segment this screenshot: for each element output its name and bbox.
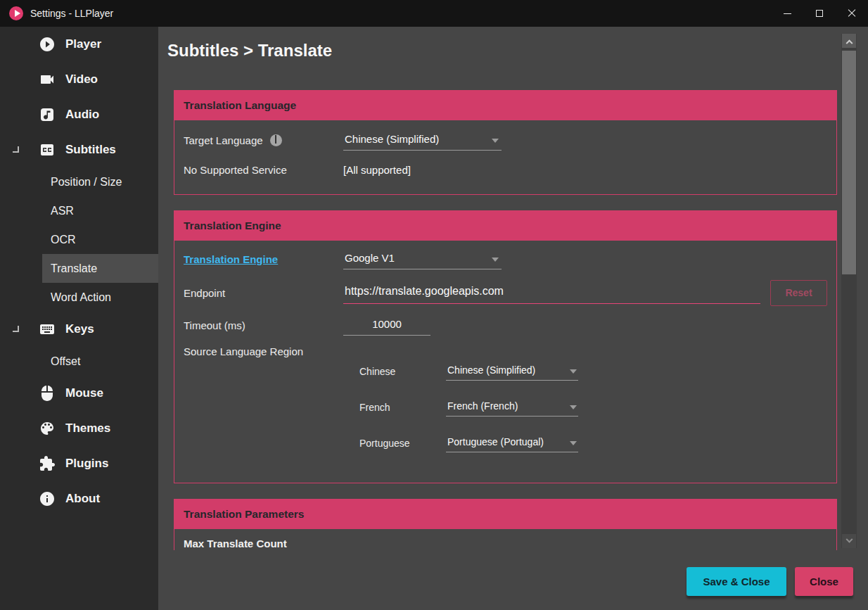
minimize-button[interactable]: [771, 0, 803, 27]
palette-icon: [39, 420, 56, 437]
engine-value: Google V1: [345, 252, 395, 264]
scroll-down-button[interactable]: [842, 534, 856, 548]
no-supported-service-row: No Supported Service [All supported]: [174, 155, 836, 184]
sidebar-subitem-label: Translate: [51, 262, 97, 275]
sidebar-item-player[interactable]: Player: [0, 27, 158, 62]
region-portuguese-dropdown[interactable]: Portuguese (Portugal): [446, 433, 578, 452]
region-value: French (French): [447, 400, 518, 412]
save-and-close-button[interactable]: Save & Close: [687, 567, 786, 596]
keyboard-icon: [39, 321, 56, 338]
region-row-chinese: Chinese Chinese (Simplified): [174, 353, 836, 389]
engine-dropdown[interactable]: Google V1: [343, 248, 502, 269]
title-bar: Settings - LLPlayer: [0, 0, 868, 27]
collapse-indicator-icon[interactable]: [13, 326, 19, 332]
window-title: Settings - LLPlayer: [30, 8, 113, 19]
reset-button[interactable]: Reset: [770, 280, 827, 306]
close-icon: [848, 9, 856, 18]
engine-label-wrap: Translation Engine: [174, 253, 343, 265]
region-chinese-dropdown[interactable]: Chinese (Simplified): [446, 362, 578, 381]
sidebar-item-label: Mouse: [65, 386, 103, 400]
chevron-down-icon: [570, 405, 577, 409]
sidebar-subitem-label: Offset: [51, 355, 80, 368]
scroll-up-button[interactable]: [842, 34, 856, 48]
sidebar-item-audio[interactable]: Audio: [0, 97, 158, 132]
max-translate-count-label: Max Translate Count: [184, 538, 287, 549]
sidebar-item-video[interactable]: Video: [0, 62, 158, 97]
sidebar-item-keys[interactable]: Keys: [0, 312, 158, 347]
section-translation-parameters: Translation Parameters Max Translate Cou…: [174, 499, 837, 550]
sidebar-item-offset[interactable]: Offset: [0, 347, 158, 376]
section-translation-engine: Translation Engine Translation Engine Go…: [174, 210, 837, 483]
sidebar-subitem-label: Position / Size: [51, 176, 122, 189]
target-language-value: Chinese (Simplified): [345, 133, 439, 145]
region-label: French: [359, 402, 446, 413]
sidebar-item-themes[interactable]: Themes: [0, 411, 158, 446]
endpoint-row: Endpoint Reset: [174, 276, 836, 310]
engine-row: Translation Engine Google V1: [174, 243, 836, 274]
section-header: Translation Language: [174, 91, 836, 120]
sidebar-item-label: Player: [65, 37, 101, 51]
no-supported-service-label: No Supported Service: [174, 164, 343, 176]
region-row-french: French French (French): [174, 389, 836, 425]
maximize-icon: [816, 10, 823, 17]
timeout-input[interactable]: [343, 315, 430, 336]
video-camera-icon: [39, 71, 56, 88]
sidebar-subitem-label: ASR: [51, 205, 74, 217]
endpoint-input[interactable]: [343, 282, 760, 304]
region-label: Chinese: [359, 366, 446, 377]
sidebar-item-plugins[interactable]: Plugins: [0, 446, 158, 481]
mouse-icon: [39, 385, 56, 402]
sidebar-item-about[interactable]: About: [0, 481, 158, 516]
footer-bar: Save & Close Close: [158, 549, 868, 610]
translation-engine-link[interactable]: Translation Engine: [184, 253, 278, 265]
vertical-scrollbar[interactable]: [841, 34, 857, 548]
collapse-indicator-icon[interactable]: [13, 146, 19, 153]
scrollbar-thumb[interactable]: [842, 51, 856, 274]
sidebar-subitem-label: Word Action: [51, 291, 111, 304]
timeout-label: Timeout (ms): [174, 319, 343, 331]
close-button[interactable]: Close: [795, 567, 853, 596]
chevron-up-icon: [845, 39, 853, 46]
no-supported-service-value: [All supported]: [343, 164, 411, 176]
sidebar-item-subtitles[interactable]: Subtitles: [0, 132, 158, 167]
chevron-down-icon: [492, 258, 499, 262]
sidebar-item-label: Keys: [65, 322, 94, 336]
chevron-down-icon: [845, 535, 853, 542]
puzzle-piece-icon: [39, 455, 56, 472]
settings-content: Subtitles > Translate Translation Langua…: [158, 27, 868, 610]
sidebar-item-label: Themes: [65, 421, 110, 436]
timeout-row: Timeout (ms): [174, 310, 836, 341]
region-label: Portuguese: [359, 438, 446, 449]
app-logo-icon: [9, 6, 23, 20]
closed-captions-icon: [39, 141, 56, 158]
sidebar-item-translate[interactable]: Translate: [42, 254, 158, 283]
section-header: Translation Engine: [174, 211, 836, 241]
sidebar-item-asr[interactable]: ASR: [0, 196, 158, 225]
region-french-dropdown[interactable]: French (French): [446, 398, 578, 417]
region-value: Chinese (Simplified): [447, 364, 535, 376]
settings-sidebar: Player Video Audio Subtitles Position / …: [0, 27, 158, 610]
region-value: Portuguese (Portugal): [447, 436, 544, 447]
sidebar-item-label: About: [65, 492, 100, 506]
chevron-down-icon: [492, 139, 499, 143]
sidebar-item-position-size[interactable]: Position / Size: [0, 167, 158, 196]
info-circle-icon: [39, 490, 56, 507]
window-controls: [771, 0, 868, 27]
sidebar-item-label: Subtitles: [65, 143, 116, 157]
chevron-down-icon: [570, 441, 577, 445]
target-language-label: Target Language: [184, 134, 263, 146]
target-language-row: Target Language Chinese (Simplified): [174, 126, 836, 154]
sidebar-subitem-label: OCR: [51, 234, 76, 246]
target-language-label-wrap: Target Language: [174, 134, 343, 146]
section-translation-language: Translation Language Target Language Chi…: [174, 90, 837, 195]
target-language-dropdown[interactable]: Chinese (Simplified): [343, 129, 502, 151]
close-window-button[interactable]: [836, 0, 868, 27]
sidebar-item-word-action[interactable]: Word Action: [0, 283, 158, 312]
maximize-button[interactable]: [803, 0, 836, 27]
sidebar-item-ocr[interactable]: OCR: [0, 225, 158, 254]
section-header: Translation Parameters: [174, 500, 836, 529]
sidebar-item-mouse[interactable]: Mouse: [0, 376, 158, 411]
sidebar-item-label: Plugins: [65, 457, 108, 471]
info-tooltip-icon[interactable]: [270, 134, 282, 146]
chevron-down-icon: [570, 369, 577, 374]
